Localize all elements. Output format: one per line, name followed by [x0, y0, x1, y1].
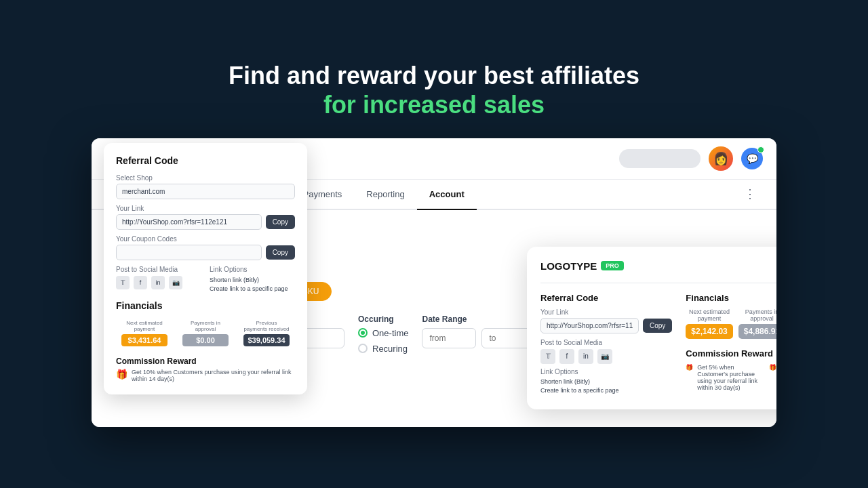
large-card-link-opts-title: Link Options	[540, 368, 672, 375]
card-col-referral: Referral Code Your Link Copy Post to Soc…	[540, 293, 672, 396]
large-commission-title: Commission Reward	[686, 348, 776, 359]
date-range-group: Date Range	[422, 314, 536, 348]
commission-text: Get 10% when Customers purchase using yo…	[132, 369, 295, 382]
large-stat-next-value: $2,142.03	[686, 324, 732, 339]
stat-approval: Payments in approval $0.00	[177, 317, 234, 350]
large-stat-approval-value: $4,886.91	[738, 324, 776, 339]
occurring-label: Occuring	[358, 314, 408, 324]
notification-badge	[757, 146, 764, 153]
small-card-link-opts-col: Link Options Shorten link (Bitly)Create …	[210, 266, 295, 293]
small-card-coupon-input[interactable]	[116, 245, 262, 260]
large-card-fin-title: Financials	[686, 293, 776, 303]
stat-received-label: Previous payments received	[243, 320, 290, 332]
large-stat-approval-label: Payments in approval	[738, 308, 776, 322]
small-card-social-label: Post to Social Media	[116, 266, 201, 273]
nav-more-icon[interactable]: ⋮	[737, 180, 763, 208]
large-social-facebook[interactable]: f	[559, 349, 574, 364]
social-facebook-icon[interactable]: f	[134, 276, 147, 289]
radio-group: One-time Recuring	[358, 328, 408, 354]
avatar[interactable]: 👩	[709, 146, 733, 171]
small-card-social-row: Post to Social Media 𝕋 f in 📷 Link Optio…	[116, 266, 295, 293]
hero-title: Find and reward your best affiliates	[229, 61, 639, 90]
small-card-link-row: Copy	[116, 214, 295, 230]
browser-window: ✳ Refersion 👩 💬 Dashboard Manage Channel…	[92, 138, 776, 427]
small-card-fin-title: Financials	[116, 300, 295, 311]
social-twitter-icon[interactable]: 𝕋	[116, 276, 130, 289]
large-card-copy-btn[interactable]: Copy	[643, 319, 672, 333]
stat-next-est-label: Next estimated payment	[121, 320, 167, 332]
occurring-group: Occuring One-time Recuring	[358, 314, 408, 354]
small-card-copy-btn[interactable]: Copy	[266, 215, 295, 229]
stat-received-value: $39,059.34	[243, 334, 290, 346]
large-card-link-label: Your Link	[540, 308, 672, 316]
radio-recuring[interactable]: Recuring	[358, 344, 408, 354]
notification-icon[interactable]: 💬	[741, 148, 763, 169]
float-card-large: LOGOTYPE PRO Referral Code Your Link Cop…	[527, 247, 776, 409]
social-icons: 𝕋 f in 📷	[116, 276, 201, 289]
large-card-social-label: Post to Social Media	[540, 339, 672, 346]
date-range-label: Date Range	[422, 314, 536, 324]
stat-next-est-value: $3,431.64	[121, 334, 167, 346]
commission1-text: Get 5% when Customer's purchase using yo…	[697, 364, 759, 391]
radio-one-time-dot	[358, 328, 368, 338]
topbar-right: 👩 💬	[619, 146, 763, 171]
hero-section: Find and reward your best affiliates for…	[229, 61, 639, 119]
large-card-social: 𝕋 f in 📷	[540, 349, 672, 364]
radio-recuring-dot	[358, 344, 368, 353]
content-wrapper: New Report Report Status Report Type* Ac…	[111, 260, 757, 367]
small-card-commission-title: Commission Reward	[116, 357, 295, 366]
large-stat-next-est: Next estimated payment $2,142.03	[686, 308, 732, 339]
pro-badge: PRO	[601, 261, 624, 270]
small-card-referral-title: Referral Code	[116, 155, 295, 166]
small-card-commission-item: 🎁 Get 10% when Customers purchase using …	[116, 369, 295, 382]
large-social-instagram[interactable]: 📷	[597, 349, 612, 364]
stat-next-est: Next estimated payment $3,431.64	[116, 317, 173, 350]
radio-recuring-label: Recuring	[372, 344, 408, 354]
large-commission-item-1: 🎁 Get 5% when Customer's purchase using …	[686, 364, 759, 391]
small-card-link-opts-text: Shorten link (Bitly)Create link to a spe…	[210, 276, 295, 293]
card-divider	[540, 283, 776, 283]
large-card-link-input[interactable]	[540, 318, 639, 333]
gift-icon-1: 🎁	[686, 364, 693, 371]
card-col-financials: Financials Next estimated payment $2,142…	[686, 293, 776, 396]
large-commission-item-2: 🎁 Some products will get a different rat…	[769, 364, 776, 391]
large-stat-next-label: Next estimated payment	[686, 308, 732, 322]
social-linkedin-icon[interactable]: in	[151, 276, 165, 289]
large-card-link-opts-text: Shorten link (Bitly)Create link to a spe…	[540, 378, 672, 396]
nav-account[interactable]: Account	[417, 180, 477, 210]
logotype-text: LOGOTYPE	[540, 260, 597, 272]
large-fin-stats: Next estimated payment $2,142.03 Payment…	[686, 308, 776, 339]
large-card-referral-title: Referral Code	[540, 293, 672, 303]
small-card-fin-section: Financials Next estimated payment $3,431…	[116, 300, 295, 382]
small-card-fin-stats: Next estimated payment $3,431.64 Payment…	[116, 317, 295, 350]
stat-approval-value: $0.00	[182, 334, 229, 346]
gift-icon: 🎁	[116, 369, 127, 380]
radio-one-time[interactable]: One-time	[358, 328, 408, 338]
small-card-link-input[interactable]	[116, 214, 262, 230]
large-commission-items: 🎁 Get 5% when Customer's purchase using …	[686, 364, 776, 391]
gift-icon-2: 🎁	[769, 364, 776, 371]
hero-subtitle: for increased sales	[229, 91, 639, 119]
small-card-link-opts-label: Link Options	[210, 266, 295, 273]
large-social-twitter[interactable]: 𝕋	[540, 349, 555, 364]
large-card-link-row: Copy	[540, 318, 672, 333]
logotype-header: LOGOTYPE PRO	[540, 260, 776, 272]
small-card-coupon-copy-btn[interactable]: Copy	[266, 245, 295, 260]
large-social-linkedin[interactable]: in	[578, 349, 593, 364]
small-card-social-col: Post to Social Media 𝕋 f in 📷	[116, 266, 201, 293]
stat-approval-label: Payments in approval	[182, 320, 229, 332]
social-instagram-icon[interactable]: 📷	[169, 276, 182, 289]
float-card-small: Referral Code Select Shop merchant.com Y…	[104, 143, 307, 394]
large-card-link-opts-section: Link Options Shorten link (Bitly)Create …	[540, 368, 672, 396]
nav-reporting[interactable]: Reporting	[354, 180, 416, 209]
small-card-shop-select[interactable]: merchant.com	[116, 184, 295, 199]
content-area: Reporting New Report Report Status Repor…	[92, 210, 776, 427]
stat-received: Previous payments received $39,059.34	[238, 317, 295, 350]
large-stat-approval: Payments in approval $4,886.91	[738, 308, 776, 339]
date-from-input[interactable]	[422, 328, 476, 348]
small-card-link-label: Your Link	[116, 205, 295, 212]
card-two-col: Referral Code Your Link Copy Post to Soc…	[540, 293, 776, 396]
search-bar[interactable]	[619, 149, 701, 168]
small-card-coupon-label: Your Coupon Codes	[116, 235, 295, 243]
avatar-emoji: 👩	[713, 151, 728, 166]
